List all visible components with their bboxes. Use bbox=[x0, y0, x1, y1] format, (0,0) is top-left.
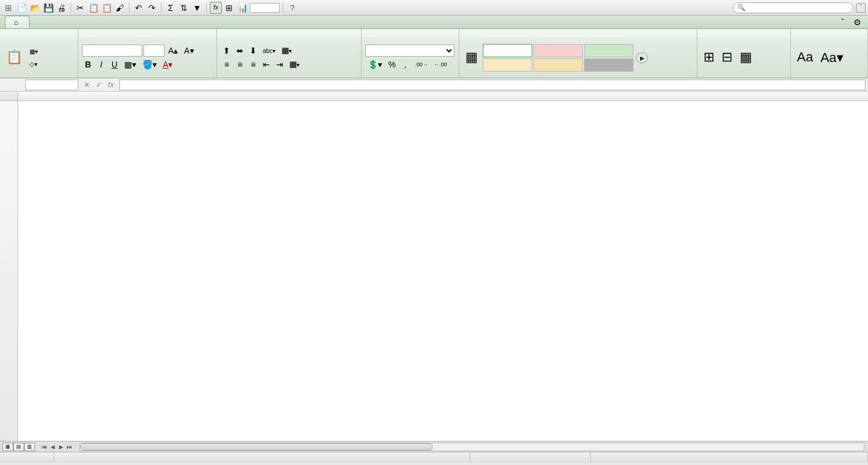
zoom-input[interactable] bbox=[250, 3, 280, 13]
search-box[interactable]: 🔍 bbox=[733, 2, 854, 13]
font-color-button[interactable]: A▾ bbox=[160, 58, 175, 70]
search-input[interactable] bbox=[746, 4, 849, 11]
tab-home[interactable]: ⌂ bbox=[5, 16, 30, 28]
scrollbar-thumb[interactable] bbox=[80, 443, 433, 451]
percent-icon[interactable]: % bbox=[386, 58, 398, 70]
font-size-select[interactable] bbox=[143, 45, 165, 57]
currency-icon[interactable]: 💲▾ bbox=[365, 58, 385, 70]
spreadsheet-grid[interactable] bbox=[0, 92, 868, 441]
select-all-corner[interactable] bbox=[0, 92, 18, 101]
copy-icon[interactable]: 📋 bbox=[87, 2, 99, 14]
align-center-icon[interactable]: ≡ bbox=[234, 58, 246, 70]
paste-icon[interactable]: 📋 bbox=[101, 2, 113, 14]
show-formulas-icon[interactable]: ⊞ bbox=[223, 2, 235, 14]
excel-icon[interactable]: ⊞ bbox=[2, 2, 14, 14]
increase-indent-icon[interactable]: ⇥ bbox=[274, 58, 286, 70]
increase-decimal-icon[interactable]: .00→ bbox=[412, 58, 430, 70]
style-normal[interactable] bbox=[483, 44, 532, 57]
fx-icon[interactable]: fx bbox=[210, 2, 222, 14]
cut-icon[interactable]: ✂ bbox=[74, 2, 86, 14]
paste-button[interactable]: 📋 bbox=[4, 48, 25, 67]
align-top-icon[interactable]: ⬆ bbox=[221, 45, 233, 57]
align-right-icon[interactable]: ≡ bbox=[247, 58, 259, 70]
fx-formula-icon[interactable]: fx bbox=[106, 80, 116, 90]
collapse-ribbon-icon[interactable]: ˇ bbox=[856, 3, 866, 13]
align-middle-icon[interactable]: ⬌ bbox=[234, 45, 246, 57]
save-icon[interactable]: 💾 bbox=[42, 2, 54, 14]
font-name-select[interactable] bbox=[82, 45, 142, 57]
theme-fonts-button[interactable]: Aa▾ bbox=[818, 49, 846, 67]
new-icon[interactable]: 📄 bbox=[16, 2, 28, 14]
clear-button[interactable]: ◇ ▾ bbox=[27, 58, 40, 70]
merge-button[interactable]: ⬛ ▾ bbox=[287, 58, 302, 70]
themes-icon: Aa bbox=[797, 49, 813, 65]
align-left-icon[interactable]: ≡ bbox=[221, 58, 233, 70]
name-box[interactable] bbox=[25, 80, 78, 90]
italic-button[interactable]: I bbox=[95, 58, 107, 70]
cells-area[interactable] bbox=[18, 101, 868, 441]
format-button[interactable]: ▦ bbox=[737, 48, 755, 67]
conditional-formatting-button[interactable]: ▦ bbox=[463, 48, 480, 67]
enter-formula-icon[interactable]: ✓ bbox=[94, 80, 104, 90]
number-format-select[interactable] bbox=[365, 45, 454, 57]
style-calculation[interactable] bbox=[533, 58, 583, 72]
status-right bbox=[591, 452, 868, 463]
separator bbox=[206, 2, 207, 13]
tab-formulas[interactable] bbox=[102, 24, 120, 28]
horizontal-scrollbar[interactable] bbox=[80, 443, 864, 451]
tab-charts[interactable] bbox=[66, 24, 84, 28]
open-icon[interactable]: 📂 bbox=[29, 2, 41, 14]
tab-smartart[interactable] bbox=[84, 24, 102, 28]
sort-icon[interactable]: ⇅ bbox=[178, 2, 190, 14]
styles-more-icon[interactable]: ▸ bbox=[636, 52, 648, 63]
style-check-cell[interactable] bbox=[584, 58, 634, 72]
fill-button[interactable]: ▦ ▾ bbox=[27, 45, 40, 57]
border-button[interactable]: ▦▾ bbox=[122, 58, 139, 70]
increase-font-icon[interactable]: A▴ bbox=[166, 45, 180, 57]
tab-tables[interactable] bbox=[48, 24, 66, 28]
ribbon-settings-icon[interactable]: ⚙ bbox=[851, 16, 863, 28]
next-sheet-icon[interactable]: ▶ bbox=[57, 443, 65, 451]
tab-review[interactable] bbox=[138, 24, 156, 28]
wrap-text-button[interactable]: ⬛ ▾ bbox=[279, 45, 294, 57]
format-painter-icon[interactable]: 🖌 bbox=[114, 2, 126, 14]
themes-button[interactable]: Aa bbox=[794, 48, 816, 67]
delete-button[interactable]: ⊟ bbox=[719, 48, 735, 67]
last-sheet-icon[interactable]: ⏭ bbox=[65, 443, 74, 451]
filter-icon[interactable]: ▼ bbox=[191, 2, 203, 14]
comma-icon[interactable]: , bbox=[399, 58, 411, 70]
bold-button[interactable]: B bbox=[82, 58, 94, 70]
insert-button[interactable]: ⊞ bbox=[701, 48, 717, 67]
quick-access-toolbar: ⊞ 📄 📂 💾 🖨 ✂ 📋 📋 🖌 ↶ ↷ Σ ⇅ ▼ fx ⊞ 📊 ? 🔍 ˇ bbox=[0, 0, 868, 16]
group-label-number bbox=[362, 29, 459, 37]
group-label-themes bbox=[791, 29, 867, 37]
first-sheet-icon[interactable]: ⏮ bbox=[40, 443, 48, 451]
undo-icon[interactable]: ↶ bbox=[133, 2, 145, 14]
decrease-decimal-icon[interactable]: ←.00 bbox=[432, 58, 450, 70]
decrease-indent-icon[interactable]: ⇤ bbox=[260, 58, 272, 70]
page-layout-view-icon[interactable]: ▤ bbox=[13, 443, 24, 451]
cancel-formula-icon[interactable]: ✕ bbox=[82, 80, 92, 90]
help-icon[interactable]: ? bbox=[286, 2, 298, 14]
search-icon: 🔍 bbox=[737, 4, 746, 11]
tab-data[interactable] bbox=[120, 24, 138, 28]
formula-input[interactable] bbox=[119, 80, 866, 90]
underline-button[interactable]: U bbox=[108, 58, 121, 70]
chart-icon[interactable]: 📊 bbox=[236, 2, 248, 14]
autosum-icon[interactable]: Σ bbox=[165, 2, 177, 14]
style-neutral[interactable] bbox=[483, 58, 532, 72]
style-good[interactable] bbox=[584, 44, 634, 57]
print-icon[interactable]: 🖨 bbox=[55, 2, 68, 14]
ribbon-expand-icon[interactable]: ˇ bbox=[837, 16, 849, 28]
prev-sheet-icon[interactable]: ◀ bbox=[48, 443, 57, 451]
align-bottom-icon[interactable]: ⬇ bbox=[247, 45, 259, 57]
decrease-font-icon[interactable]: A▾ bbox=[181, 45, 196, 57]
theme-fonts-icon: Aa▾ bbox=[820, 50, 843, 66]
tab-layout[interactable] bbox=[30, 24, 48, 28]
page-break-view-icon[interactable]: ▥ bbox=[24, 443, 35, 451]
style-bad[interactable] bbox=[533, 44, 583, 57]
orientation-icon[interactable]: abc▾ bbox=[260, 45, 278, 57]
redo-icon[interactable]: ↷ bbox=[146, 2, 158, 14]
fill-color-button[interactable]: 🪣▾ bbox=[140, 58, 159, 70]
normal-view-icon[interactable]: ▦ bbox=[2, 443, 13, 451]
